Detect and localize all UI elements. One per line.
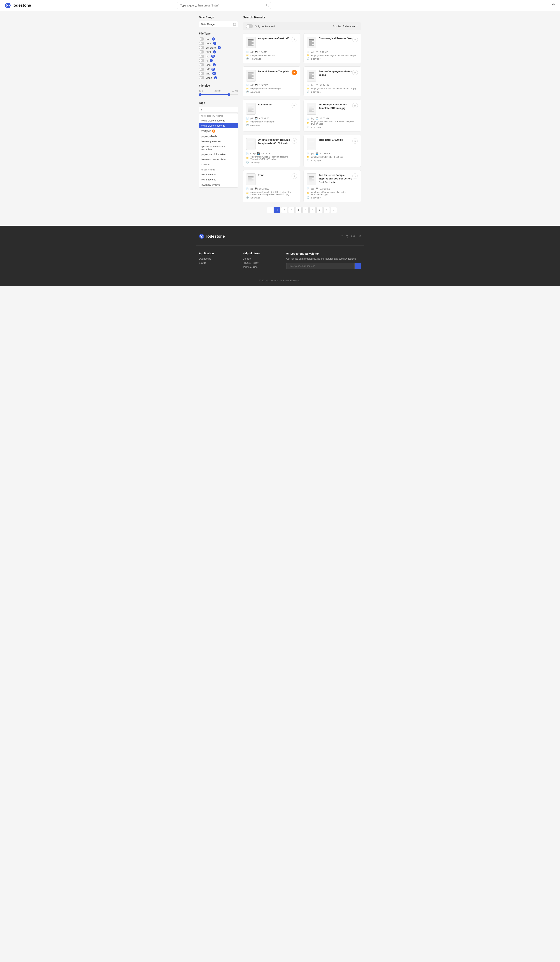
pagination-page-6[interactable]: 6 [309,207,316,213]
clock-icon: 🕐 [246,196,249,199]
bookmark-button[interactable]: ★ [352,37,358,42]
pagination-prev[interactable]: ‹ [267,207,273,213]
card-meta: 📄 pdf 💾 92.07 KB 📁 employment/sample-res… [246,84,297,93]
file-type-badge: 3 [214,76,217,79]
tag-item[interactable]: mortgage2 [199,128,238,134]
tag-item[interactable]: property-deeds [199,134,238,139]
thumb-lines [308,71,315,80]
file-type-toggle-pdf[interactable] [199,68,204,71]
size-slider[interactable] [199,93,238,97]
file-type-toggle-docx[interactable] [199,42,204,45]
pagination-page-7[interactable]: 7 [316,207,323,213]
result-card[interactable]: Proof-of-employment-letter-06.jpg ★ 📄 jp… [303,66,361,97]
result-card[interactable]: offer-letter-1-638.jpg ★ 📄 jpg 💾 122.89 … [303,135,361,167]
newsletter-title: Lodestone Newsletter [290,252,319,255]
file-type-list: doc 1 docx 3 ds_store 2 html 1 jpg 16 js… [199,37,238,79]
bookmark-button[interactable]: ★ [292,138,297,144]
slider-thumb-right[interactable] [228,93,230,96]
clock-icon: 🕐 [246,161,249,164]
tag-item-label: mortgage [201,130,211,132]
search-submit-button[interactable] [266,3,269,7]
bookmark-button[interactable]: ★ [292,70,297,75]
pagination-page-4[interactable]: 4 [295,207,302,213]
tag-search-input[interactable] [199,107,238,113]
size-icon: 💾 [316,117,318,119]
card-top: Internship-Offer-Letter-Template-PDF-min… [307,103,358,115]
tag-item[interactable]: home-improvement [199,139,238,144]
meta-path: 📁 employment/Proof-of-employment-letter-… [307,87,358,90]
newsletter-submit-button[interactable]: › [355,263,361,269]
footer-link-privacy[interactable]: Privacy Policy [242,261,280,264]
file-type-toggle-ds_store[interactable] [199,46,204,49]
file-type-label: jpg [206,55,209,58]
footer-logo-text: lodestone [207,234,225,239]
file-type-toggle-json[interactable] [199,63,204,66]
meta-type-size: 📄 webp 💾 55.18 KB [246,152,297,155]
footer-link-dashboard[interactable]: Dashboard [199,257,236,260]
facebook-icon[interactable]: f [342,234,342,238]
tag-item[interactable]: manuals [199,162,238,167]
bookmark-button[interactable]: ★ [292,103,297,108]
tag-item[interactable]: appliance-manuals-and-warranties [199,144,238,152]
bookmark-button[interactable]: ★ [292,37,297,42]
file-path-value: employment/Proof-of-employment-letter-06… [311,87,356,90]
google-plus-icon[interactable]: G+ [351,234,356,238]
file-path-value: employment/Internship-Offer-Letter-Templ… [311,120,358,125]
result-card[interactable]: Job fer Letter Sample Inspirationa Job F… [303,170,361,202]
twitter-icon[interactable]: 𝕏 [345,234,348,238]
sidebar: Date Range Date Range File Type doc 1 do… [199,16,238,221]
file-type-toggle-jpg[interactable] [199,55,204,58]
result-card[interactable]: Chronological Resume Samples ★ 📄 pdf 💾 1… [303,33,361,63]
tag-item[interactable]: home-property-records [199,123,238,128]
pagination-page-3[interactable]: 3 [288,207,294,213]
file-type-label: pdf [206,68,210,71]
card-top: offer-letter-1-638.jpg [307,138,358,150]
tag-item[interactable]: home-property-records [199,118,238,123]
result-card[interactable]: Federal Resume Template ★ 📄 pdf 💾 92.07 … [243,66,300,97]
newsletter-email-input[interactable] [286,263,355,269]
bookmarked-toggle[interactable] [246,24,253,28]
file-type-toggle-doc[interactable] [199,37,204,40]
card-title: Internship-Offer-Letter-Template-PDF-min… [319,103,358,110]
bookmarked-label: Only bookmarked [255,25,275,28]
result-card[interactable]: Internship-Offer-Letter-Template-PDF-min… [303,100,361,132]
result-card[interactable]: Resume.pdf ★ 📄 pdf 💾 675.99 KB 📁 employm… [243,100,300,132]
sort-by-value[interactable]: Relevance [343,25,355,28]
tag-item[interactable]: health-records [199,172,238,177]
tag-item[interactable]: home-insurance-policies [199,157,238,162]
file-path-value: employment/Resume.pdf [250,121,274,123]
file-size-value: 41.14 KB [320,84,329,86]
footer-link-terms[interactable]: Terms of Use [242,265,280,268]
search-input[interactable] [177,2,271,9]
result-card[interactable]: Original-Premium-Resume-Template-2-400x5… [243,135,300,167]
file-type-toggle-js[interactable] [199,59,204,62]
svg-point-11 [201,236,202,237]
pagination-next[interactable]: › [331,207,337,213]
tag-item[interactable]: health-records [199,177,238,182]
bookmark-button[interactable]: ★ [352,70,358,75]
pagination-page-2[interactable]: 2 [281,207,287,213]
tag-item[interactable]: insurance-policies [199,182,238,187]
bookmark-button[interactable]: ★ [292,173,297,179]
date-range-input[interactable]: Date Range [199,21,238,27]
footer-link-status[interactable]: Status [199,261,236,264]
file-type-badge: 16 [211,55,215,58]
pagination-page-8[interactable]: 8 [323,207,330,213]
file-type-toggle-html[interactable] [199,50,204,53]
bookmark-button[interactable]: ★ [352,173,358,179]
file-type-toggle-webp[interactable] [199,76,204,79]
tag-item[interactable]: property-tax-information [199,152,238,157]
file-type-toggle-png[interactable] [199,72,204,75]
file-type-label: js [206,59,208,62]
pagination-page-5[interactable]: 5 [302,207,308,213]
bookmark-button[interactable]: ★ [352,138,358,144]
file-type-value: jpg [311,117,314,119]
slider-thumb-left[interactable] [199,93,202,96]
result-card[interactable]: Print ★ 📄 jpg 💾 185.38 KB 📁 employment/S… [243,170,300,202]
result-card[interactable]: sample-resumes#test.pdf ★ 📄 pdf 💾 1.14 M… [243,33,300,63]
linkedin-icon[interactable]: in [359,234,361,238]
bookmark-button[interactable]: ★ [352,103,358,108]
pagination-page-1[interactable]: 1 [274,207,281,213]
footer-link-contact[interactable]: Contact [242,257,280,260]
file-size-value: 675.99 KB [259,117,269,119]
